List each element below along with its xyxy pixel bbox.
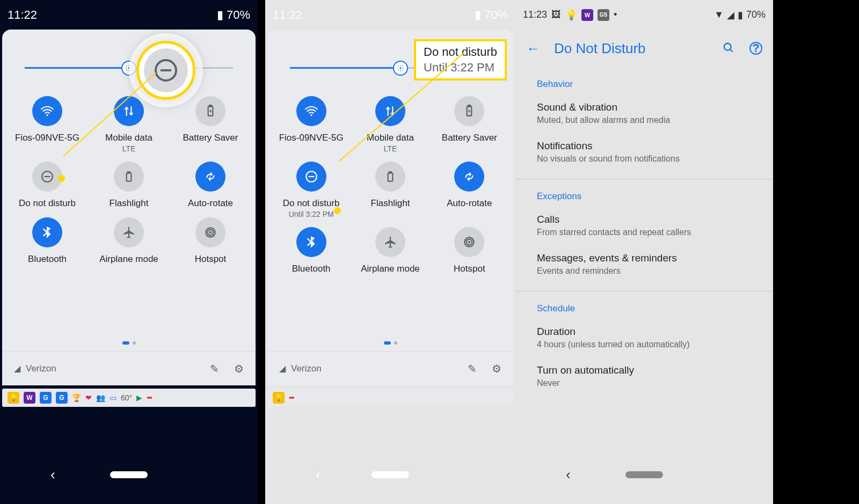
tile-label: Battery Saver — [170, 133, 251, 143]
hl-dot — [334, 207, 341, 214]
battery-icon: ▮ — [738, 9, 743, 21]
phone1: 11:22 ▮ 70% Fios-09NVE-5GMobile dataLTEB… — [0, 0, 258, 504]
quick-settings-panel: Fios-09NVE-5GMobile dataLTEBattery Saver… — [2, 30, 256, 385]
statusbar3: 11:23 🖼 💡 W GS • ▼ ◢ ▮ 70% — [515, 0, 773, 30]
setting-item[interactable]: Turn on automaticallyNever — [515, 357, 773, 396]
brightness-slider[interactable] — [25, 55, 233, 82]
tile-hotspot[interactable]: Hotspot — [430, 227, 509, 274]
tile-label: Airplane mode — [88, 254, 170, 265]
section-heading: Schedule — [515, 303, 773, 318]
setting-title: Messages, events & reminders — [537, 252, 752, 264]
photo-icon: 🖼 — [551, 9, 561, 20]
edit-icon[interactable]: ✎ — [468, 362, 477, 375]
nav-bar: ‹ — [265, 445, 515, 504]
svg-point-1 — [46, 114, 48, 116]
setting-title: Notifications — [537, 140, 752, 152]
bulb-icon: 💡 — [273, 392, 285, 404]
back-icon[interactable]: ‹ — [50, 466, 55, 483]
statusbar2: 11:22 ▮ 70% — [265, 0, 515, 30]
trophy-icon: 🏆 — [72, 393, 81, 402]
card-icon: ▭ — [110, 393, 117, 402]
section-heading: Behavior — [515, 79, 773, 94]
back-icon[interactable]: ‹ — [566, 466, 571, 483]
w-icon: W — [581, 9, 593, 21]
search-icon[interactable] — [723, 42, 734, 55]
brightness-gear-icon[interactable] — [121, 61, 136, 76]
setting-sub: 4 hours (unless turned on automatically) — [537, 340, 752, 349]
tile-plane[interactable]: Airplane mode — [88, 217, 170, 265]
tile-dnd[interactable]: Do not disturb — [6, 162, 88, 209]
quick-settings-panel: Fios-09NVE-5GMobile dataLTEBattery Saver… — [267, 30, 513, 385]
wifi-icon — [32, 96, 62, 126]
signal-icon: ◢ — [279, 363, 286, 374]
person-icon: 👥 — [96, 393, 105, 402]
settings-icon[interactable]: ⚙ — [492, 362, 501, 375]
section: ScheduleDuration4 hours (unless turned o… — [515, 291, 773, 403]
edit-icon[interactable]: ✎ — [210, 362, 219, 375]
tile-sub: LTE — [88, 144, 170, 153]
flash-icon — [375, 162, 405, 192]
tile-bt[interactable]: Bluetooth — [6, 217, 88, 265]
noti-bar[interactable]: 💡 W G G 🏆 ❤ 👥 ▭ 60° ▶ ••• — [2, 389, 256, 407]
hotspot-icon — [454, 227, 484, 257]
hl-title: Do not disturb — [424, 45, 497, 60]
bt-icon — [296, 227, 326, 257]
setting-item[interactable]: NotificationsNo visuals or sound from no… — [515, 133, 773, 171]
setting-title: Duration — [537, 326, 752, 338]
tile-flash[interactable]: Flashlight — [351, 162, 430, 218]
svg-rect-3 — [209, 105, 212, 106]
tile-rotate[interactable]: Auto-rotate — [170, 162, 251, 209]
tile-wifi[interactable]: Fios-09NVE-5G — [272, 96, 351, 153]
svg-rect-7 — [127, 171, 131, 173]
dot-icon: • — [614, 9, 617, 20]
noti-bar[interactable]: 💡 ••• — [267, 389, 513, 407]
tile-plane[interactable]: Airplane mode — [351, 227, 430, 274]
tile-hotspot[interactable]: Hotspot — [170, 217, 251, 265]
back-arrow-icon[interactable]: ← — [526, 40, 540, 57]
section-heading: Exceptions — [515, 191, 773, 206]
setting-title: Turn on automatically — [537, 364, 752, 376]
setting-item[interactable]: Messages, events & remindersEvents and r… — [515, 245, 773, 283]
tile-bt[interactable]: Bluetooth — [272, 227, 351, 274]
settings-header: ← Do Not Disturb ? — [515, 30, 773, 67]
home-pill[interactable] — [372, 471, 409, 478]
settings-icon[interactable]: ⚙ — [234, 362, 244, 375]
home-pill[interactable] — [625, 471, 663, 478]
tile-label: Auto-rotate — [430, 198, 509, 209]
brightness-gear-icon[interactable] — [393, 61, 408, 76]
phone2: 11:22 ▮ 70% Fios-09NVE-5GMobile dataLTEB… — [258, 0, 515, 504]
gs-icon: G — [40, 392, 52, 404]
setting-item[interactable]: CallsFrom starred contacts and repeat ca… — [515, 206, 773, 245]
flash-icon — [114, 162, 144, 192]
hl-dot — [58, 175, 65, 182]
temp: 60° — [121, 393, 132, 402]
more-icon: ••• — [147, 393, 151, 402]
tile-data[interactable]: Mobile dataLTE — [88, 96, 170, 153]
setting-item[interactable]: Duration4 hours (unless turned on automa… — [515, 318, 773, 357]
back-icon[interactable]: ‹ — [316, 466, 321, 483]
time: 11:22 — [8, 8, 37, 22]
tile-label: Battery Saver — [430, 133, 509, 143]
tile-battery[interactable]: Battery Saver — [430, 96, 509, 153]
setting-sub: Muted, but allow alarms and media — [537, 115, 752, 125]
tile-label: Flashlight — [351, 198, 430, 209]
tile-flash[interactable]: Flashlight — [88, 162, 170, 209]
gs2-icon: G — [56, 392, 68, 404]
setting-sub: No visuals or sound from notifications — [537, 154, 752, 164]
svg-point-0 — [128, 67, 130, 69]
setting-sub: Never — [537, 378, 752, 388]
tile-battery[interactable]: Battery Saver — [170, 96, 251, 153]
help-icon[interactable]: ? — [749, 42, 762, 55]
section: ExceptionsCallsFrom starred contacts and… — [515, 179, 773, 291]
svg-rect-17 — [388, 173, 393, 181]
svg-rect-18 — [389, 171, 392, 173]
settings-list: BehaviorSound & vibrationMuted, but allo… — [515, 67, 773, 403]
bt-icon — [32, 217, 62, 247]
battery-icon: ▮ — [475, 8, 481, 22]
tile-data[interactable]: Mobile dataLTE — [351, 96, 430, 153]
page-dots — [2, 337, 256, 347]
setting-item[interactable]: Sound & vibrationMuted, but allow alarms… — [515, 94, 773, 133]
home-pill[interactable] — [110, 471, 148, 478]
setting-title: Sound & vibration — [537, 101, 752, 113]
tile-rotate[interactable]: Auto-rotate — [430, 162, 509, 218]
